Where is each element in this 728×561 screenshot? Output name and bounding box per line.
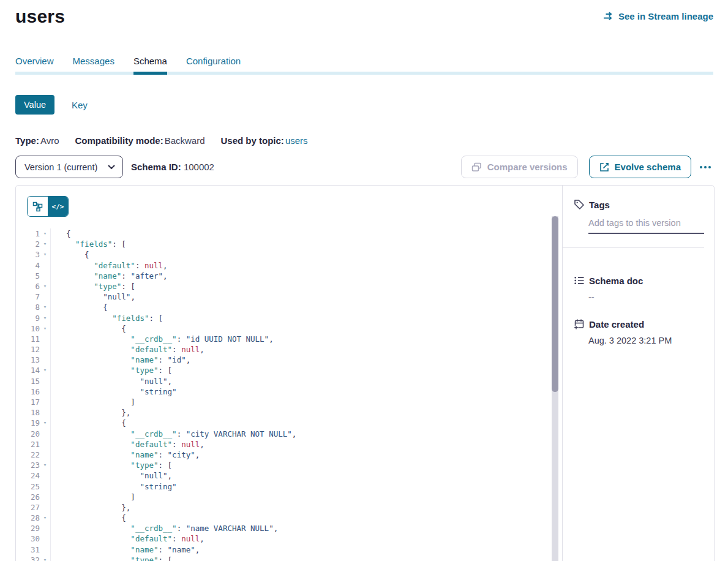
fold-arrow-icon[interactable]: ▾ [40, 460, 51, 470]
code-text: "name": "id", [51, 355, 190, 365]
version-toolbar: Version 1 (current) Schema ID: 100002 Co… [15, 156, 713, 178]
code-text: "type": [ [51, 555, 172, 561]
stream-lineage-link[interactable]: See in Stream lineage [603, 11, 713, 21]
fold-spacer [40, 334, 51, 344]
fold-arrow-icon[interactable]: ▾ [40, 418, 51, 428]
version-select-value: Version 1 (current) [24, 162, 97, 172]
fold-spacer [40, 407, 51, 418]
tag-icon [574, 199, 585, 210]
code-text: "null", [51, 470, 172, 481]
fold-arrow-icon[interactable]: ▾ [40, 365, 51, 375]
tags-section-header: Tags [574, 199, 704, 210]
code-text: "default": null, [51, 439, 205, 450]
line-number: 2 [16, 239, 40, 249]
code-text: "string" [51, 386, 177, 397]
fold-arrow-icon[interactable]: ▾ [40, 239, 51, 249]
value-tab-button[interactable]: Value [15, 95, 54, 115]
line-number: 20 [16, 429, 40, 439]
fold-arrow-icon[interactable]: ▾ [40, 513, 51, 523]
schema-kind-toggle: Value Key [15, 95, 728, 115]
code-line: 30 "default": null, [16, 533, 550, 544]
date-created-header: Date created [574, 318, 704, 329]
code-text: "type": [ [51, 460, 172, 470]
line-number: 25 [16, 481, 40, 492]
line-number: 26 [16, 492, 40, 502]
code-line: 7 "null", [16, 292, 550, 302]
code-text: "type": [ [51, 365, 172, 375]
meta-item: Used by topic:users [221, 135, 308, 146]
evolve-schema-button[interactable]: Evolve schema [589, 156, 691, 178]
schema-doc-value: -- [588, 292, 704, 302]
evolve-schema-label: Evolve schema [615, 162, 681, 172]
fold-spacer [40, 523, 51, 533]
schema-doc-title: Schema doc [589, 276, 643, 286]
line-number: 14 [16, 365, 40, 375]
code-line: 11 "__crdb__": "id UUID NOT NULL", [16, 334, 550, 344]
tree-view-toggle[interactable] [28, 197, 48, 216]
editor-scrollbar-thumb[interactable] [552, 216, 558, 392]
editor-scrollbar-track[interactable] [552, 216, 558, 561]
version-select[interactable]: Version 1 (current) [15, 156, 123, 178]
code-text: { [51, 228, 71, 239]
key-tab-button[interactable]: Key [72, 100, 88, 110]
schema-card: </> 1▾{2▾ "fields": [3▾ {4 "default": nu… [15, 185, 715, 561]
tab-schema[interactable]: Schema [133, 56, 167, 75]
line-number: 29 [16, 523, 40, 533]
fold-arrow-icon[interactable]: ▾ [40, 281, 51, 292]
fold-spacer [40, 355, 51, 365]
line-number: 28 [16, 513, 40, 523]
code-text: }, [51, 407, 130, 418]
meta-value: Avro [40, 135, 59, 146]
line-number: 19 [16, 418, 40, 428]
meta-label: Type: [15, 135, 39, 146]
code-text: "default": null, [51, 344, 205, 355]
fold-arrow-icon[interactable]: ▾ [40, 228, 51, 239]
chevron-down-icon [108, 165, 115, 170]
line-number: 18 [16, 407, 40, 418]
add-tags-input[interactable] [588, 218, 704, 234]
fold-spacer [40, 533, 51, 544]
fold-arrow-icon[interactable]: ▾ [40, 302, 51, 312]
code-line: 28▾ { [16, 513, 550, 523]
fold-spacer [40, 481, 51, 492]
code-text: "name": "name", [51, 544, 200, 555]
more-options-button[interactable] [697, 161, 713, 173]
page-header: users See in Stream lineage [0, 0, 728, 27]
schema-doc-header: Schema doc [574, 275, 704, 286]
line-number: 17 [16, 397, 40, 407]
calendar-add-icon [574, 318, 585, 329]
code-line: 20 "__crdb__": "city VARCHAR NOT NULL", [16, 429, 550, 439]
stream-lineage-label: See in Stream lineage [618, 11, 713, 21]
fold-spacer [40, 450, 51, 460]
code-text: "fields": [ [51, 313, 163, 323]
code-line: 19▾ { [16, 418, 550, 428]
topic-link[interactable]: users [285, 135, 308, 146]
fold-arrow-icon[interactable]: ▾ [40, 323, 51, 334]
line-number: 6 [16, 281, 40, 292]
code-line: 22 "name": "city", [16, 450, 550, 460]
line-number: 27 [16, 502, 40, 513]
code-text: "default": null, [51, 533, 205, 544]
code-text: "name": "city", [51, 450, 200, 460]
code-line: 24 "null", [16, 470, 550, 481]
line-number: 9 [16, 313, 40, 323]
line-number: 13 [16, 355, 40, 365]
date-created-title: Date created [589, 319, 644, 329]
code-text: "default": null, [51, 260, 168, 271]
edit-icon [599, 162, 609, 172]
meta-value: Backward [165, 135, 205, 146]
code-line: 6▾ "type": [ [16, 281, 550, 292]
schema-id-label: Schema ID: [131, 162, 181, 172]
fold-arrow-icon[interactable]: ▾ [40, 313, 51, 323]
compare-versions-button[interactable]: Compare versions [461, 156, 578, 178]
meta-item: Type:Avro [15, 135, 59, 146]
fold-arrow-icon[interactable]: ▾ [40, 249, 51, 260]
code-text: }, [51, 502, 130, 513]
fold-arrow-icon[interactable]: ▾ [40, 555, 51, 561]
line-number: 12 [16, 344, 40, 355]
code-view-toggle[interactable]: </> [48, 197, 68, 216]
code-line: 3▾ { [16, 249, 550, 260]
tree-view-icon [32, 201, 43, 212]
fold-spacer [40, 376, 51, 386]
line-number: 3 [16, 249, 40, 260]
